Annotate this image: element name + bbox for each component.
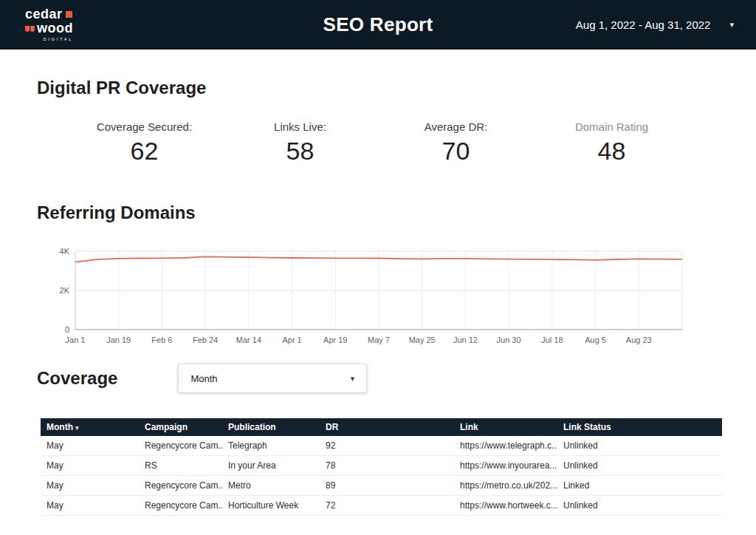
svg-text:Aug 23: Aug 23 [626, 335, 652, 344]
column-header-campaign[interactable]: Campaign [139, 418, 222, 436]
stat-label: Coverage Secured: [66, 120, 222, 133]
cell-campaign: RS [139, 456, 222, 476]
cell-link[interactable]: https://www.inyourarea.... [454, 456, 557, 476]
sort-caret-icon: ▾ [75, 424, 79, 432]
line-chart-svg: Jan 1Jan 19Feb 6Feb 24Mar 14Apr 1Apr 19M… [41, 238, 685, 349]
app-header: cedar wood DIGITAL SEO Report Aug 1, 202… [0, 0, 756, 50]
logo-text-wood: wood [37, 21, 73, 35]
seo-report-page: cedar wood DIGITAL SEO Report Aug 1, 202… [0, 0, 756, 535]
table-row: MayRegencycore Cam...Telegraph92https://… [41, 436, 722, 456]
report-title: SEO Report [229, 13, 527, 36]
cell-dr: 92 [320, 436, 454, 456]
cell-link[interactable]: https://www.hortweek.c... [454, 496, 557, 516]
stat-value: 62 [66, 137, 222, 166]
dropdown-caret-icon: ▾ [351, 374, 355, 384]
logo-line-1: cedar [25, 7, 73, 21]
coverage-table: Month▾CampaignPublicationDRLinkLink Stat… [41, 418, 722, 516]
svg-text:Feb 6: Feb 6 [151, 335, 172, 344]
logo-text-cedar: cedar [25, 7, 63, 21]
cell-link[interactable]: https://www.telegraph.c... [454, 436, 557, 456]
logo-line-2: wood [25, 21, 73, 35]
svg-text:Feb 24: Feb 24 [193, 335, 218, 344]
stat-value: 48 [534, 137, 690, 166]
svg-text:2K: 2K [60, 286, 70, 295]
logo-square-icon [66, 11, 72, 18]
svg-text:0: 0 [65, 325, 69, 334]
table-row: MayRSIn your Area78https://www.inyourare… [41, 456, 722, 476]
svg-text:Jul 18: Jul 18 [541, 335, 563, 344]
cell-month: May [41, 436, 139, 456]
cell-campaign: Regencycore Cam... [139, 476, 222, 496]
svg-text:Jun 12: Jun 12 [453, 335, 478, 344]
table-header-row: Month▾CampaignPublicationDRLinkLink Stat… [41, 418, 722, 436]
stat-average-dr: Average DR: 70 [378, 120, 534, 166]
stat-domain-rating: Domain Rating 48 [534, 120, 690, 166]
section-title-digital-pr-coverage: Digital PR Coverage [37, 78, 719, 98]
cell-publication: Metro [222, 476, 320, 496]
svg-text:Jan 1: Jan 1 [66, 335, 86, 344]
cell-month: May [41, 476, 139, 496]
cell-link[interactable]: https://metro.co.uk/202... [454, 476, 557, 496]
column-header-publication[interactable]: Publication [222, 418, 320, 436]
cell-campaign: Regencycore Cam... [139, 496, 222, 516]
table-row: MayRegencycore Cam...Horticulture Week72… [41, 496, 722, 516]
month-filter-dropdown[interactable]: Month ▾ [178, 364, 367, 393]
cell-campaign: Regencycore Cam... [139, 436, 222, 456]
coverage-header-row: Coverage Month ▾ [37, 364, 719, 393]
svg-text:Apr 1: Apr 1 [282, 335, 301, 344]
svg-text:Apr 19: Apr 19 [323, 335, 347, 344]
date-range-caret-icon[interactable]: ▾ [729, 20, 734, 30]
stat-links-live: Links Live: 58 [222, 120, 378, 166]
logo-mark-icon [25, 26, 35, 32]
svg-text:Aug 5: Aug 5 [585, 335, 606, 344]
stat-label: Domain Rating [534, 120, 690, 133]
header-left: cedar wood DIGITAL [22, 7, 229, 41]
cell-month: May [41, 496, 139, 516]
svg-text:May 25: May 25 [409, 335, 436, 344]
logo-subtext: DIGITAL [25, 37, 73, 41]
month-filter-value: Month [190, 373, 217, 384]
cell-link-status: Unlinked [557, 436, 722, 456]
stat-label: Links Live: [222, 120, 378, 133]
column-header-link[interactable]: Link [454, 418, 557, 436]
coverage-table-body: MayRegencycore Cam...Telegraph92https://… [41, 436, 722, 516]
table-row: MayRegencycore Cam...Metro89https://metr… [41, 476, 722, 496]
cell-dr: 72 [320, 496, 454, 516]
stat-value: 58 [222, 137, 378, 166]
svg-text:Jan 19: Jan 19 [106, 335, 131, 344]
column-header-link-status[interactable]: Link Status [557, 418, 722, 436]
section-title-referring-domains: Referring Domains [37, 202, 719, 223]
stat-coverage-secured: Coverage Secured: 62 [66, 120, 222, 166]
report-content: Digital PR Coverage Coverage Secured: 62… [0, 50, 756, 516]
svg-text:Jun 30: Jun 30 [497, 335, 521, 344]
referring-domains-chart: Jan 1Jan 19Feb 6Feb 24Mar 14Apr 1Apr 19M… [41, 238, 719, 349]
cell-dr: 89 [320, 476, 454, 496]
svg-text:May 7: May 7 [368, 335, 390, 344]
header-right: Aug 1, 2022 - Aug 31, 2022 ▾ [527, 18, 734, 31]
cell-publication: Horticulture Week [222, 496, 320, 516]
svg-text:Mar 14: Mar 14 [236, 335, 261, 344]
svg-text:4K: 4K [60, 247, 70, 256]
cell-link-status: Linked [557, 476, 722, 496]
column-header-month[interactable]: Month▾ [41, 418, 139, 436]
cell-publication: In your Area [222, 456, 320, 476]
section-title-coverage: Coverage [37, 368, 117, 389]
cell-month: May [41, 456, 139, 476]
cell-link-status: Unlinked [557, 496, 722, 516]
pr-stats-row: Coverage Secured: 62 Links Live: 58 Aver… [66, 120, 690, 166]
date-range-selector[interactable]: Aug 1, 2022 - Aug 31, 2022 [576, 18, 711, 31]
cell-link-status: Unlinked [557, 456, 722, 476]
stat-value: 70 [378, 137, 534, 166]
cell-dr: 78 [320, 456, 454, 476]
cedarwood-logo: cedar wood DIGITAL [25, 7, 73, 41]
stat-label: Average DR: [378, 120, 534, 133]
column-header-dr[interactable]: DR [320, 418, 454, 436]
cell-publication: Telegraph [222, 436, 320, 456]
